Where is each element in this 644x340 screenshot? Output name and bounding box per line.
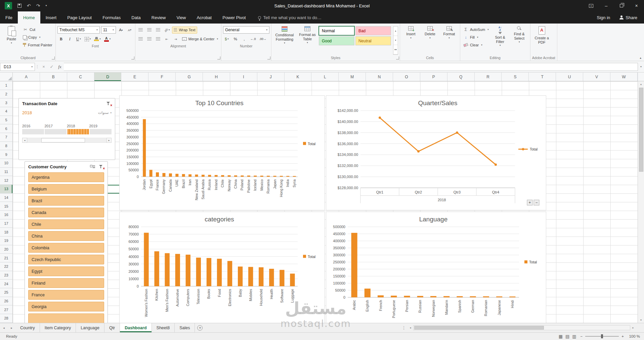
decrease-decimal-button[interactable]: .00→ <box>258 36 267 43</box>
align-right-button[interactable] <box>155 36 162 43</box>
merge-center-button[interactable]: ↔Merge & Center▾ <box>181 36 219 43</box>
top-align-button[interactable] <box>137 27 144 34</box>
row-header-20[interactable]: 20 <box>0 245 12 254</box>
decrease-indent-button[interactable]: ⇤ <box>163 36 171 43</box>
ribbon-tab-data[interactable]: Data <box>126 11 146 24</box>
fill-button[interactable]: ↓Fill▾ <box>462 34 490 41</box>
row-header-5[interactable]: 5 <box>0 116 12 125</box>
font-dialog-launcher[interactable] <box>131 56 134 59</box>
row-header-18[interactable]: 18 <box>0 228 12 237</box>
column-header-h[interactable]: H <box>203 73 230 81</box>
customize-quick-access-icon[interactable]: ▾ <box>45 4 47 7</box>
horizontal-scroll-thumb[interactable] <box>414 326 544 330</box>
slicer-item-czech-republic[interactable]: Czech Republic <box>28 255 104 264</box>
column-header-d[interactable]: D <box>94 73 122 81</box>
increase-font-size-button[interactable]: A▴ <box>117 27 125 34</box>
row-header-13[interactable]: 13 <box>0 185 12 194</box>
slicer-item-finland[interactable]: Finland <box>28 278 104 288</box>
column-header-u[interactable]: U <box>556 73 583 81</box>
scroll-up-icon[interactable]: ▴ <box>638 81 644 87</box>
row-header-19[interactable]: 19 <box>0 237 12 245</box>
insert-cells-button[interactable]: ＋ Insert ▾ <box>402 25 420 55</box>
italic-button[interactable]: I <box>66 36 74 43</box>
accounting-format-button[interactable]: $▾ <box>223 36 230 43</box>
wrap-text-button[interactable]: Wrap Text <box>172 27 197 34</box>
decrease-font-size-button[interactable]: A▾ <box>126 27 133 34</box>
vertical-scrollbar[interactable]: ▴ ▾ <box>638 81 644 323</box>
sheet-tab-item-category[interactable]: Item Category <box>40 323 76 332</box>
ribbon-tab-insert[interactable]: Insert <box>40 11 62 24</box>
slicer-item-colombia[interactable]: Colombia <box>28 243 104 253</box>
timeline-segment-2016[interactable] <box>22 129 44 134</box>
column-header-j[interactable]: J <box>257 73 285 81</box>
ribbon-tab-home[interactable]: Home <box>18 11 40 24</box>
timeline-segment-2018[interactable] <box>67 129 89 134</box>
slicer-item-canada[interactable]: Canada <box>28 208 104 217</box>
name-box[interactable]: D13▾ <box>0 63 35 71</box>
clear-country-filter-button[interactable]: × <box>98 164 104 169</box>
timeline-scroll-thumb[interactable] <box>41 138 85 142</box>
row-header-27[interactable]: 27 <box>0 305 12 314</box>
column-header-e[interactable]: E <box>121 73 148 81</box>
select-all-corner[interactable] <box>0 73 13 81</box>
column-header-f[interactable]: F <box>148 73 176 81</box>
row-header-1[interactable]: 1 <box>0 81 12 90</box>
column-header-l[interactable]: L <box>311 73 339 81</box>
column-header-o[interactable]: O <box>393 73 420 81</box>
cell-style-neutral[interactable]: Neutral <box>355 36 391 45</box>
paste-button[interactable]: Paste ▾ <box>2 25 20 55</box>
slicer-item-belgium[interactable]: Belgium <box>28 184 104 194</box>
column-header-k[interactable]: K <box>285 73 312 81</box>
timeline-scroll-right-icon[interactable]: ▸ <box>106 138 112 143</box>
page-break-view-icon[interactable]: ▥ <box>572 334 576 339</box>
column-header-b[interactable]: B <box>40 73 67 81</box>
save-icon[interactable] <box>17 4 22 8</box>
timeline-scrollbar[interactable]: ◂ ▸ <box>22 138 112 143</box>
row-header-22[interactable]: 22 <box>0 262 12 271</box>
delete-cells-button[interactable]: × Delete ▾ <box>421 25 439 55</box>
font-size-combo[interactable]: 11▾ <box>101 26 116 34</box>
cancel-entry-icon[interactable]: × <box>40 63 48 71</box>
row-header-8[interactable]: 8 <box>0 142 12 151</box>
ribbon-tab-formulas[interactable]: Formulas <box>97 11 126 24</box>
column-header-m[interactable]: M <box>339 73 366 81</box>
align-left-button[interactable] <box>137 36 144 43</box>
new-sheet-button[interactable]: + <box>195 323 205 332</box>
column-header-t[interactable]: T <box>529 73 556 81</box>
format-as-table-button[interactable]: Format as Table ▾ <box>297 25 318 55</box>
row-header-15[interactable]: 15 <box>0 202 12 211</box>
row-header-10[interactable]: 10 <box>0 159 12 168</box>
timeline-period-dropdown[interactable]: سنوات▾ <box>98 111 112 115</box>
scroll-down-icon[interactable]: ▾ <box>638 317 644 323</box>
quarter-sales-chart[interactable]: Quarter/Sales$128,000.00$130,000.00$132,… <box>326 95 546 210</box>
sheet-tab-country[interactable]: Country <box>15 323 40 332</box>
zoom-level[interactable]: 100 % <box>627 334 640 338</box>
sign-in-button[interactable]: Sign in <box>597 15 610 20</box>
customer-country-slicer[interactable]: Customer Country × ArgentinaBelgiumBrazi… <box>25 161 108 323</box>
row-header-14[interactable]: 14 <box>0 194 12 202</box>
row-header-6[interactable]: 6 <box>0 124 12 133</box>
font-color-button[interactable]: A▾ <box>103 36 112 43</box>
cut-button[interactable]: ✂Cut <box>22 26 54 33</box>
column-header-a[interactable]: A <box>13 73 40 81</box>
column-header-q[interactable]: Q <box>447 73 475 81</box>
ribbon-tab-review[interactable]: Review <box>146 11 171 24</box>
sheet-nav-left-icon[interactable]: ◂ <box>0 323 8 332</box>
styles-dialog-launcher[interactable] <box>396 56 399 59</box>
cell-style-normal[interactable]: Normal <box>319 26 354 35</box>
fill-color-button[interactable]: ▾ <box>93 36 102 43</box>
number-format-combo[interactable]: General▾ <box>223 26 269 34</box>
restore-button[interactable] <box>614 0 629 11</box>
slicer-item-georgia[interactable]: Georgia <box>28 302 104 311</box>
row-header-7[interactable]: 7 <box>0 133 12 142</box>
percent-style-button[interactable]: % <box>232 36 239 43</box>
column-header-c[interactable]: C <box>67 73 94 81</box>
timeline-scroll-left-icon[interactable]: ◂ <box>22 138 27 143</box>
row-header-16[interactable]: 16 <box>0 211 12 219</box>
zoom-in-icon[interactable]: + <box>621 334 624 338</box>
clear-button[interactable]: Clear▾ <box>462 41 490 48</box>
row-header-2[interactable]: 2 <box>0 90 12 99</box>
expand-formula-bar-icon[interactable]: ▾ <box>638 65 644 68</box>
slicer-item-chile[interactable]: Chile <box>28 219 104 229</box>
cell-style-good[interactable]: Good <box>319 36 354 45</box>
